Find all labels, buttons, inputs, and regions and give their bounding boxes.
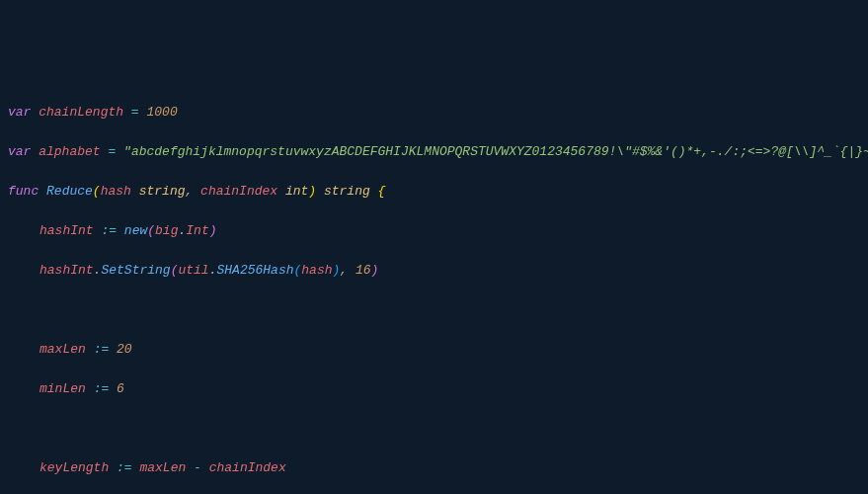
code-line: hashInt := new(big.Int) bbox=[8, 221, 860, 241]
code-line: hashInt.SetString(util.SHA256Hash(hash),… bbox=[8, 261, 860, 281]
code-line: var alphabet = "abcdefghijklmnopqrstuvwx… bbox=[8, 142, 860, 162]
code-line: keyLength := maxLen - chainIndex bbox=[8, 458, 860, 478]
code-line: func Reduce(hash string, chainIndex int)… bbox=[8, 182, 860, 202]
code-line: var chainLength = 1000 bbox=[8, 103, 860, 123]
code-line bbox=[8, 419, 860, 439]
code-line: maxLen := 20 bbox=[8, 340, 860, 360]
code-line: minLen := 6 bbox=[8, 379, 860, 399]
code-line bbox=[8, 300, 860, 320]
code-editor: var chainLength = 1000 var alphabet = "a… bbox=[8, 83, 860, 494]
